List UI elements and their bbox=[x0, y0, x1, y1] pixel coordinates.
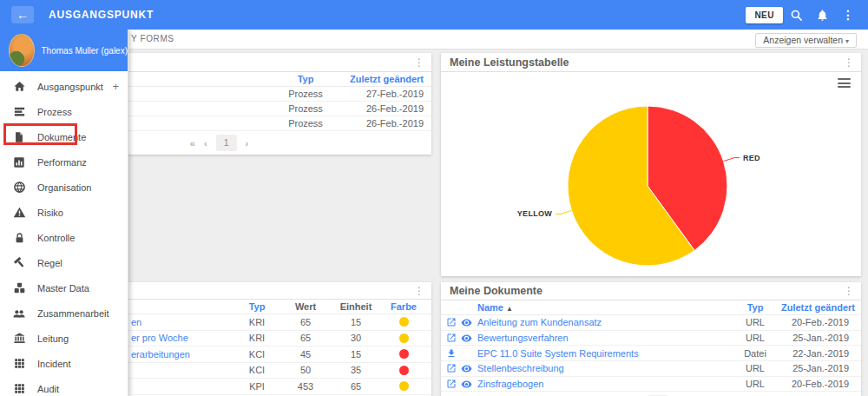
panel-title: Meine Leistungstabelle bbox=[450, 56, 569, 69]
table-row[interactable]: Anleitung zum Kundenansatz URL 20-Feb.-2… bbox=[441, 315, 861, 331]
search-icon[interactable] bbox=[783, 6, 809, 23]
grid-icon bbox=[12, 382, 26, 396]
prev-page-icon[interactable]: ‹ bbox=[204, 138, 207, 148]
status-color-dot bbox=[399, 317, 409, 327]
navigation-drawer: Thomas Muller (galex) Ausgangspunkt + Pr… bbox=[0, 30, 128, 396]
document-link[interactable]: EPC 11.0 Suite System Requirements bbox=[477, 348, 639, 359]
table-row[interactable]: Bewertungsverfahren URL 25-Jan.-2019 bbox=[441, 331, 861, 346]
bar-chart-icon bbox=[12, 155, 26, 169]
external-link-icon[interactable] bbox=[446, 363, 457, 373]
process-icon bbox=[12, 105, 26, 119]
column-header-typ[interactable]: Typ bbox=[271, 74, 340, 84]
column-header-typ[interactable]: Typ bbox=[233, 301, 281, 312]
download-icon[interactable] bbox=[446, 348, 457, 359]
notifications-bell-icon[interactable] bbox=[809, 6, 835, 23]
sidebar-item-master-data[interactable]: Master Data bbox=[0, 275, 128, 300]
grid-icon bbox=[12, 357, 26, 371]
sidebar-item-regel[interactable]: Regel bbox=[0, 250, 128, 275]
gavel-icon bbox=[12, 256, 26, 270]
column-header-date[interactable]: Zuletzt geändert bbox=[781, 302, 861, 313]
sidebar-item-kontrolle[interactable]: Kontrolle bbox=[0, 225, 128, 250]
pie-chart: REDYELLOW bbox=[441, 72, 861, 275]
overflow-menu-icon[interactable]: ⋮ bbox=[835, 6, 861, 23]
warning-icon bbox=[12, 206, 26, 220]
page-number[interactable]: 1 bbox=[216, 135, 237, 151]
documents-panel: Meine Dokumente ⋮ Name▲ Typ Zuletzt geän… bbox=[441, 282, 861, 396]
page-title: AUSGANGSPUNKT bbox=[49, 9, 154, 21]
sidebar-item-dokumente[interactable]: Dokumente bbox=[0, 124, 128, 149]
expand-plus-icon[interactable]: + bbox=[112, 80, 119, 93]
sidebar-item-performanz[interactable]: Performanz bbox=[0, 149, 128, 175]
indicator-link[interactable]: en bbox=[131, 317, 141, 327]
document-link[interactable]: Zinsfragebogen bbox=[477, 379, 543, 389]
pie-data-label: YELLOW bbox=[517, 209, 553, 218]
back-button[interactable]: ← bbox=[11, 6, 34, 23]
status-color-dot bbox=[399, 333, 409, 343]
sidebar-item-zusammenarbeit[interactable]: Zusammenarbeit bbox=[0, 300, 128, 326]
pie-label-connector bbox=[724, 158, 740, 162]
column-header-einheit[interactable]: Einheit bbox=[330, 301, 382, 312]
performance-chart-panel: Meine Leistungstabelle ⋮ REDYELLOW bbox=[441, 53, 861, 276]
user-name: Thomas Muller (galex) bbox=[42, 46, 128, 56]
column-header-date[interactable]: Zuletzt geändert bbox=[340, 74, 431, 84]
globe-icon bbox=[12, 181, 26, 195]
new-button[interactable]: NEU bbox=[746, 7, 783, 23]
top-app-bar: ← AUSGANGSPUNKT NEU ⋮ bbox=[0, 0, 868, 30]
table-row[interactable]: Zinsfragebogen URL 20-Feb.-2019 bbox=[441, 377, 861, 393]
panel-menu-icon[interactable]: ⋮ bbox=[412, 56, 426, 69]
eye-icon[interactable] bbox=[461, 363, 472, 374]
arrow-left-icon: ← bbox=[16, 8, 29, 22]
panel-menu-icon[interactable]: ⋮ bbox=[842, 56, 856, 69]
panel-title: Meine Dokumente bbox=[450, 285, 542, 297]
column-header-typ[interactable]: Typ bbox=[729, 302, 781, 313]
lock-icon bbox=[12, 231, 26, 245]
drawer-user-header[interactable]: Thomas Muller (galex) bbox=[0, 30, 128, 71]
bank-icon bbox=[12, 332, 26, 346]
status-color-dot bbox=[399, 366, 409, 375]
status-color-dot bbox=[399, 381, 409, 391]
document-link[interactable]: Stellenbeschreibung bbox=[477, 363, 564, 373]
table-row[interactable]: EPC 11.0 Suite System Requirements Datei… bbox=[441, 346, 861, 361]
eye-icon[interactable] bbox=[461, 379, 472, 390]
cubes-icon bbox=[12, 281, 26, 295]
next-page-icon[interactable]: › bbox=[246, 138, 249, 148]
pie-chart-area: REDYELLOW bbox=[441, 72, 861, 275]
sidebar-item-ausgangspunkt[interactable]: Ausgangspunkt + bbox=[0, 74, 128, 99]
people-icon bbox=[12, 307, 26, 320]
status-color-dot bbox=[399, 349, 409, 359]
table-row[interactable]: Stellenbeschreibung URL 25-Jan.-2019 bbox=[441, 361, 861, 377]
chevron-down-icon: ▾ bbox=[845, 37, 849, 45]
section-tab-my-forms[interactable]: Y FORMS bbox=[131, 34, 174, 43]
chart-menu-icon[interactable] bbox=[838, 78, 851, 90]
external-link-icon[interactable] bbox=[446, 317, 457, 327]
sidebar-item-leitung[interactable]: Leitung bbox=[0, 326, 128, 351]
sidebar-item-incident[interactable]: Incident bbox=[0, 351, 128, 376]
external-link-icon[interactable] bbox=[446, 333, 457, 343]
user-avatar bbox=[9, 34, 35, 67]
sidebar-item-audit[interactable]: Audit bbox=[0, 376, 128, 396]
eye-icon[interactable] bbox=[461, 317, 472, 328]
manage-views-button[interactable]: Anzeigen verwalten▾ bbox=[755, 33, 857, 48]
drawer-menu: Ausgangspunkt + Prozess Dokumente Perfor… bbox=[0, 71, 128, 396]
panel-menu-icon[interactable]: ⋮ bbox=[842, 285, 856, 297]
document-icon bbox=[12, 130, 26, 144]
pie-label-connector bbox=[556, 210, 571, 214]
panel-menu-icon[interactable]: ⋮ bbox=[412, 285, 426, 297]
app-window: ← AUSGANGSPUNKT NEU ⋮ Y FORMS Anzeigen v… bbox=[0, 0, 868, 396]
external-link-icon[interactable] bbox=[446, 379, 457, 389]
sidebar-item-prozess[interactable]: Prozess bbox=[0, 99, 128, 124]
sidebar-item-risiko[interactable]: Risiko bbox=[0, 200, 128, 225]
indicator-link[interactable]: erarbeitungen bbox=[131, 349, 190, 360]
first-page-icon[interactable]: « bbox=[190, 138, 195, 148]
indicator-link[interactable]: er pro Woche bbox=[131, 333, 188, 343]
sort-asc-icon: ▲ bbox=[506, 305, 513, 313]
column-header-wert[interactable]: Wert bbox=[281, 301, 330, 312]
document-link[interactable]: Anleitung zum Kundenansatz bbox=[477, 317, 602, 327]
eye-icon[interactable] bbox=[461, 333, 472, 344]
document-link[interactable]: Bewertungsverfahren bbox=[477, 333, 569, 343]
documents-table-header: Name▲ Typ Zuletzt geändert bbox=[441, 300, 861, 315]
sidebar-item-organisation[interactable]: Organisation bbox=[0, 175, 128, 200]
column-header-name[interactable]: Name▲ bbox=[477, 302, 729, 313]
chart-panel-header: Meine Leistungstabelle ⋮ bbox=[441, 53, 861, 72]
column-header-farbe[interactable]: Farbe bbox=[382, 301, 425, 312]
